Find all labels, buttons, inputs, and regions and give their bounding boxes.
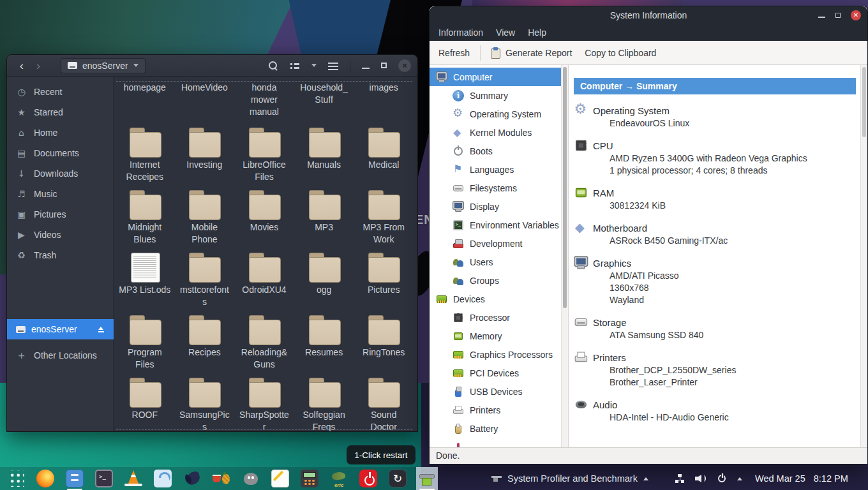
taskbar-item[interactable] xyxy=(269,467,291,490)
tree-item[interactable]: Graphics Processors xyxy=(430,345,561,364)
file-item[interactable]: LibreOffice Files xyxy=(234,126,294,189)
file-item[interactable]: SharpSpotter xyxy=(234,376,294,431)
tree-item[interactable]: PCI Devices xyxy=(430,364,561,382)
close-button[interactable]: × xyxy=(398,59,411,72)
file-item[interactable]: OdroidXU4 xyxy=(234,251,294,314)
minimize-button[interactable] xyxy=(818,17,825,18)
taskbar-item[interactable] xyxy=(34,467,56,490)
sidebar-item[interactable]: ⌂ Home xyxy=(7,122,113,143)
list-view-icon[interactable] xyxy=(290,61,300,71)
taskbar-item[interactable] xyxy=(211,467,232,490)
sidebar-item[interactable]: ◷ Recent xyxy=(7,82,113,102)
tree-item[interactable]: Summary xyxy=(430,86,561,105)
tree-item[interactable]: Processor xyxy=(430,308,561,327)
file-item[interactable]: RingTones xyxy=(354,314,414,376)
one-click-restart-button[interactable]: 1-Click restart xyxy=(347,445,415,464)
file-item[interactable]: Mobile Phone xyxy=(175,189,235,251)
view-options-chevron-icon[interactable] xyxy=(311,64,317,67)
path-button[interactable]: enosServer xyxy=(61,58,146,73)
refresh-button[interactable]: Refresh xyxy=(432,43,476,63)
taskbar-item[interactable] xyxy=(357,467,379,490)
scrollbar-thumb[interactable] xyxy=(563,67,567,308)
tree-item[interactable]: Languages xyxy=(430,160,561,179)
taskbar-item[interactable]: eric xyxy=(328,467,350,490)
copy-to-clipboard-button[interactable]: Copy to Clipboard xyxy=(578,43,662,63)
taskbar-item[interactable] xyxy=(299,467,320,490)
file-item[interactable]: Pictures xyxy=(354,251,414,314)
file-item[interactable]: SamsungPics xyxy=(175,376,235,431)
panel-scrollbar[interactable] xyxy=(860,65,867,447)
volume-icon[interactable] xyxy=(695,473,707,484)
file-item[interactable]: honda mower manual xyxy=(234,82,294,126)
file-item[interactable]: homepage xyxy=(115,82,175,126)
file-item[interactable]: Investing xyxy=(175,126,235,189)
taskbar-item[interactable] xyxy=(416,467,438,490)
search-icon[interactable] xyxy=(268,61,278,71)
restore-button[interactable] xyxy=(835,13,841,18)
file-item[interactable]: ROOF xyxy=(115,376,175,431)
tree-item[interactable]: Operating System xyxy=(430,105,561,123)
sidebar-item[interactable]: ♻ Trash xyxy=(7,245,113,265)
tree-item[interactable]: Devices xyxy=(430,290,561,308)
file-item[interactable]: Manuals xyxy=(294,126,354,189)
taskbar-item[interactable] xyxy=(5,467,27,490)
sidebar-item-enosserver[interactable]: enosServer xyxy=(7,319,114,339)
file-item[interactable]: MP3 From Work xyxy=(354,189,414,251)
eject-icon[interactable] xyxy=(98,327,105,332)
back-button[interactable]: ‹ xyxy=(13,56,30,75)
taskbar-item[interactable] xyxy=(240,467,262,490)
tree-item[interactable]: Display xyxy=(430,197,561,216)
taskbar-item[interactable] xyxy=(64,467,86,490)
tree-item[interactable]: Kernel Modules xyxy=(430,123,561,142)
hamburger-menu-icon[interactable] xyxy=(328,61,338,71)
forward-button[interactable]: › xyxy=(30,56,47,75)
sidebar-item[interactable]: ↓ Downloads xyxy=(7,163,113,184)
tree-item[interactable]: Users xyxy=(430,253,561,271)
sidebar-item-other-locations[interactable]: + Other Locations xyxy=(7,345,114,366)
chevron-up-icon[interactable] xyxy=(737,477,742,480)
taskbar-item[interactable] xyxy=(387,467,408,490)
sidebar-item[interactable]: ▣ Pictures xyxy=(7,204,113,225)
tree-item[interactable]: USB Devices xyxy=(430,382,561,401)
file-item[interactable]: Program Files xyxy=(115,314,175,376)
file-item[interactable]: msttcorefonts xyxy=(175,251,235,314)
tree-item[interactable]: Printers xyxy=(430,401,561,419)
close-button[interactable]: ✕ xyxy=(851,10,861,20)
sidebar-item[interactable]: ★ Starred xyxy=(7,102,113,122)
menu-item[interactable]: View xyxy=(490,24,521,41)
clock[interactable]: Wed Mar 25 8:12 PM xyxy=(755,467,848,490)
file-item[interactable]: Sound Doctor xyxy=(354,376,414,431)
file-item[interactable]: Reloading&Guns xyxy=(234,314,294,376)
taskbar-item[interactable] xyxy=(152,467,174,490)
tree-item[interactable] xyxy=(430,438,561,447)
power-icon[interactable] xyxy=(717,473,727,484)
tree-item[interactable]: Groups xyxy=(430,271,561,290)
file-item[interactable]: Recipes xyxy=(175,314,235,376)
tree-item[interactable]: Memory xyxy=(430,327,561,345)
tree-item[interactable]: Development xyxy=(430,234,561,253)
file-item[interactable]: Movies xyxy=(234,189,294,251)
file-item[interactable]: images xyxy=(354,82,414,126)
tree-item[interactable]: Boots xyxy=(430,142,561,160)
sidebar-item[interactable]: ▶ Videos xyxy=(7,225,113,245)
sidebar-item[interactable]: ▤ Documents xyxy=(7,143,113,163)
taskbar-item[interactable] xyxy=(181,467,203,490)
sidebar-item[interactable]: ♬ Music xyxy=(7,184,113,204)
restore-button[interactable] xyxy=(381,63,387,68)
file-item[interactable]: Resumes xyxy=(294,314,354,376)
file-item[interactable]: Midnight Blues xyxy=(115,189,175,251)
file-item[interactable]: Solfeggian Freqs xyxy=(294,376,354,431)
minimize-button[interactable] xyxy=(362,68,370,69)
tree-item[interactable]: Filesystems xyxy=(430,179,561,197)
focused-app-menu[interactable]: System Profiler and Benchmark xyxy=(491,467,648,490)
menu-item[interactable]: Help xyxy=(521,24,553,41)
file-item[interactable]: ogg xyxy=(294,251,354,314)
file-item[interactable]: MP3 xyxy=(294,189,354,251)
network-icon[interactable] xyxy=(675,473,685,484)
file-item[interactable]: MP3 List.ods xyxy=(115,251,175,314)
file-item[interactable]: Medical xyxy=(354,126,414,189)
file-item[interactable]: HomeVideo xyxy=(175,82,235,126)
menu-item[interactable]: Information xyxy=(432,24,490,41)
file-item[interactable]: Household_Stuff xyxy=(294,82,354,126)
tree-item[interactable]: Computer xyxy=(430,68,561,86)
